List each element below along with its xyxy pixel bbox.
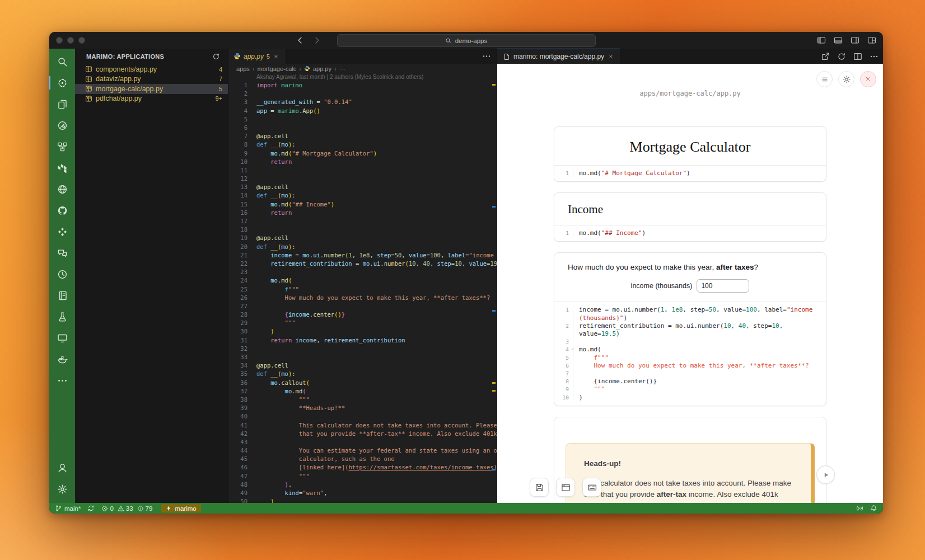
warning-callout: Heads-up! This calculator does not take … — [566, 443, 815, 503]
marimo-status-badge[interactable]: marimo — [161, 504, 200, 512]
activity-account-icon[interactable] — [49, 457, 75, 478]
breadcrumb-item[interactable]: ··· — [339, 65, 345, 72]
activity-more-views-icon[interactable] — [49, 370, 75, 391]
prompt-text: How much do you expect to make this year… — [568, 263, 812, 271]
activity-pages-icon[interactable] — [49, 93, 75, 115]
cell-code[interactable]: 1income = mo.ui.number(1, 1e8, step=50, … — [554, 302, 826, 405]
activity-globe-icon[interactable] — [49, 178, 75, 200]
ruler-mark — [492, 84, 496, 86]
sync-icon[interactable] — [87, 505, 95, 512]
search-query: demo-apps — [455, 37, 488, 44]
close-icon[interactable] — [608, 53, 614, 60]
code-line: 40 — [228, 412, 497, 421]
breadcrumb-item[interactable]: mortgage-calc — [258, 65, 297, 72]
traffic-lights[interactable] — [56, 37, 85, 44]
code-line: 17 — [228, 217, 497, 225]
activity-settings-gear-icon[interactable] — [49, 478, 75, 500]
breadcrumb-item[interactable]: app.py — [313, 65, 331, 72]
notebook-file-icon — [85, 76, 92, 83]
sidebar-file-row[interactable]: dataviz/app.py7 — [75, 74, 228, 84]
broadcast-icon[interactable] — [856, 505, 863, 512]
refresh-icon[interactable] — [212, 53, 220, 60]
save-button[interactable] — [530, 478, 549, 497]
code-line: 7@app.cell — [228, 132, 497, 140]
bell-icon[interactable] — [870, 505, 877, 512]
marimo-panel-controls — [816, 71, 876, 87]
titlebar[interactable]: demo-apps — [49, 32, 883, 49]
ruler-mark — [492, 310, 496, 312]
activity-pipeline-icon[interactable] — [49, 136, 75, 157]
forward-icon[interactable] — [312, 36, 321, 45]
activity-marimo-explorer-icon[interactable] — [49, 72, 75, 93]
close-window-button[interactable] — [56, 37, 63, 44]
command-center-search[interactable]: demo-apps — [337, 34, 596, 47]
activity-remote-devices-icon[interactable] — [49, 327, 75, 349]
code-line: 35def __(mo): — [228, 370, 497, 378]
open-window-button[interactable] — [556, 478, 575, 497]
sidebar-file-row[interactable]: pdfchat/app.py9+ — [75, 94, 228, 104]
code-line: 24 mo.md( — [228, 276, 497, 285]
marimo-explorer-icon — [57, 78, 68, 88]
activity-github-icon[interactable] — [49, 200, 75, 221]
activity-diamonds-icon[interactable] — [49, 221, 75, 242]
breadcrumb[interactable]: apps › mortgage-calc › app.py › ··· — [228, 64, 497, 73]
comments-icon — [57, 248, 68, 258]
page-title: Mortgage Calculator — [554, 127, 826, 165]
cell-income-form: How much do you expect to make this year… — [554, 252, 826, 406]
refresh-icon[interactable] — [837, 52, 846, 61]
close-icon[interactable] — [273, 53, 279, 60]
more-actions-icon[interactable] — [870, 52, 879, 61]
split-editor-icon[interactable] — [853, 52, 862, 61]
customize-layout-icon[interactable] — [867, 36, 876, 45]
activity-comments-icon[interactable] — [49, 242, 75, 263]
activity-notebook-icon[interactable] — [49, 285, 75, 306]
toggle-panel-icon[interactable] — [834, 36, 843, 45]
problems-item[interactable]: 0 33 79 — [101, 505, 155, 512]
menu-button[interactable] — [816, 71, 833, 87]
sidebar-file-row[interactable]: mortgage-calc/app.py5 — [75, 84, 228, 94]
activity-docker-icon[interactable] — [49, 349, 75, 370]
fold-chevron-icon[interactable] — [571, 347, 575, 351]
overview-ruler[interactable] — [491, 49, 497, 503]
layout-controls — [817, 32, 876, 49]
zoom-window-button[interactable] — [78, 37, 85, 44]
activity-terraform-icon[interactable] — [49, 157, 75, 178]
toggle-sidebar-icon[interactable] — [817, 36, 826, 45]
code-line: 25 f""" — [228, 285, 497, 294]
file-name: dataviz/app.py — [96, 75, 216, 83]
shutdown-button[interactable] — [860, 71, 876, 87]
tab-marimo-preview[interactable]: marimo: mortgage-calc/app.py — [497, 49, 620, 64]
breadcrumb-item[interactable]: apps — [236, 65, 250, 72]
code-line: 22 retirement_contribution = mo.ui.numbe… — [228, 260, 497, 268]
income-input[interactable] — [697, 279, 749, 293]
cell-code[interactable]: 1mo.md("## Income") — [554, 225, 826, 241]
code-line: 41 This calculator does not take taxes i… — [228, 421, 497, 430]
back-icon[interactable] — [296, 36, 305, 45]
tab-app-py[interactable]: app.py 5 — [228, 49, 285, 64]
preview-code-line: 9 """ — [558, 385, 820, 393]
terraform-icon — [57, 163, 68, 173]
minimize-window-button[interactable] — [67, 37, 74, 44]
keyboard-shortcuts-button[interactable] — [582, 478, 601, 497]
editor-actions-more-icon[interactable] — [482, 49, 491, 64]
code-editor[interactable]: 1import marimo2 3__generated_with = "0.0… — [228, 81, 497, 503]
preview-actions — [821, 49, 879, 64]
activity-test-beaker-icon[interactable] — [49, 306, 75, 327]
git-branch-item[interactable]: main* — [55, 505, 81, 512]
python-icon — [233, 53, 241, 60]
editor-group: app.py 5 apps › mortgage-calc › app.py ›… — [228, 49, 497, 503]
history-nav — [296, 36, 321, 45]
account-icon — [57, 463, 68, 473]
cell-code[interactable]: 1mo.md("# Mortgage Calculator") — [554, 165, 826, 181]
open-external-icon[interactable] — [821, 52, 830, 61]
code-line: 19@app.cell — [228, 234, 497, 242]
activity-run-graph-icon[interactable] — [49, 115, 75, 136]
activity-search-icon[interactable] — [49, 51, 75, 72]
run-graph-icon — [57, 120, 68, 131]
notebook-file-icon — [85, 85, 92, 92]
settings-button[interactable] — [838, 71, 854, 87]
toggle-secondary-sidebar-icon[interactable] — [851, 36, 859, 45]
activity-timeline-icon[interactable] — [49, 263, 75, 285]
run-cell-button[interactable] — [816, 465, 835, 484]
sidebar-file-row[interactable]: components/app.py4 — [75, 64, 228, 74]
